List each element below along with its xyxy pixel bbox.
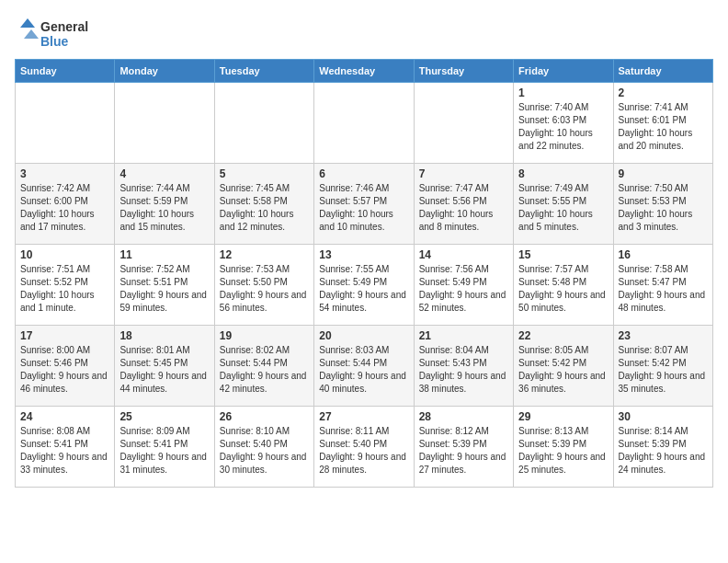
calendar-table: SundayMondayTuesdayWednesdayThursdayFrid… [15,59,713,488]
day-number: 14 [419,248,508,261]
day-number: 3 [20,167,109,180]
calendar-cell: 18Sunrise: 8:01 AM Sunset: 5:45 PM Dayli… [115,326,214,407]
day-info: Sunrise: 7:51 AM Sunset: 5:52 PM Dayligh… [20,263,109,315]
day-number: 12 [220,248,309,261]
day-info: Sunrise: 8:04 AM Sunset: 5:43 PM Dayligh… [419,344,508,396]
calendar-week-4: 17Sunrise: 8:00 AM Sunset: 5:46 PM Dayli… [16,326,713,407]
day-number: 26 [220,410,309,423]
day-info: Sunrise: 7:52 AM Sunset: 5:51 PM Dayligh… [119,263,209,315]
svg-marker-3 [24,29,39,39]
weekday-header-monday: Monday [115,60,214,83]
day-number: 28 [419,410,508,423]
calendar-body: 1Sunrise: 7:40 AM Sunset: 6:03 PM Daylig… [16,83,713,488]
day-number: 22 [518,329,608,342]
calendar-week-3: 10Sunrise: 7:51 AM Sunset: 5:52 PM Dayli… [16,245,713,326]
weekday-header-row: SundayMondayTuesdayWednesdayThursdayFrid… [16,60,713,83]
calendar-cell: 16Sunrise: 7:58 AM Sunset: 5:47 PM Dayli… [613,245,712,326]
calendar-week-1: 1Sunrise: 7:40 AM Sunset: 6:03 PM Daylig… [16,83,713,164]
calendar-week-2: 3Sunrise: 7:42 AM Sunset: 6:00 PM Daylig… [16,164,713,245]
day-number: 17 [20,329,109,342]
day-info: Sunrise: 8:08 AM Sunset: 5:41 PM Dayligh… [20,425,109,477]
day-number: 1 [518,86,608,99]
day-info: Sunrise: 8:12 AM Sunset: 5:39 PM Dayligh… [419,425,508,477]
calendar-cell: 6Sunrise: 7:46 AM Sunset: 5:57 PM Daylig… [314,164,414,245]
calendar-cell: 25Sunrise: 8:09 AM Sunset: 5:41 PM Dayli… [115,407,214,488]
day-number: 5 [220,167,309,180]
day-number: 2 [619,86,708,99]
day-number: 23 [619,329,708,342]
calendar-cell: 30Sunrise: 8:14 AM Sunset: 5:39 PM Dayli… [613,407,712,488]
day-info: Sunrise: 7:44 AM Sunset: 5:59 PM Dayligh… [119,182,209,234]
day-number: 15 [518,248,608,261]
day-number: 24 [20,410,109,423]
calendar-cell: 4Sunrise: 7:44 AM Sunset: 5:59 PM Daylig… [115,164,214,245]
day-number: 30 [619,410,708,423]
day-number: 7 [419,167,508,180]
calendar-cell: 24Sunrise: 8:08 AM Sunset: 5:41 PM Dayli… [16,407,115,488]
calendar-cell: 13Sunrise: 7:55 AM Sunset: 5:49 PM Dayli… [314,245,414,326]
day-info: Sunrise: 8:03 AM Sunset: 5:44 PM Dayligh… [319,344,408,396]
svg-text:Blue: Blue [40,34,69,49]
day-info: Sunrise: 7:41 AM Sunset: 6:01 PM Dayligh… [619,101,708,153]
day-info: Sunrise: 7:50 AM Sunset: 5:53 PM Dayligh… [619,182,708,234]
day-info: Sunrise: 8:00 AM Sunset: 5:46 PM Dayligh… [20,344,109,396]
day-number: 6 [319,167,408,180]
svg-text:General: General [40,19,88,34]
day-number: 29 [518,410,608,423]
day-info: Sunrise: 7:56 AM Sunset: 5:49 PM Dayligh… [419,263,508,315]
day-number: 16 [619,248,708,261]
calendar-cell: 11Sunrise: 7:52 AM Sunset: 5:51 PM Dayli… [115,245,214,326]
day-number: 13 [319,248,408,261]
day-info: Sunrise: 8:01 AM Sunset: 5:45 PM Dayligh… [119,344,209,396]
calendar-cell: 19Sunrise: 8:02 AM Sunset: 5:44 PM Dayli… [214,326,313,407]
day-info: Sunrise: 7:47 AM Sunset: 5:56 PM Dayligh… [419,182,508,234]
day-number: 21 [419,329,508,342]
day-number: 8 [518,167,608,180]
calendar-cell [16,83,115,164]
logo: General Blue [15,15,97,52]
calendar-cell: 28Sunrise: 8:12 AM Sunset: 5:39 PM Dayli… [414,407,513,488]
day-number: 11 [119,248,209,261]
calendar-cell: 29Sunrise: 8:13 AM Sunset: 5:39 PM Dayli… [514,407,613,488]
weekday-header-tuesday: Tuesday [214,60,313,83]
calendar-cell [314,83,414,164]
logo-svg: General Blue [15,15,97,52]
day-number: 20 [319,329,408,342]
weekday-header-sunday: Sunday [16,60,115,83]
day-number: 27 [319,410,408,423]
calendar-cell: 10Sunrise: 7:51 AM Sunset: 5:52 PM Dayli… [16,245,115,326]
calendar-cell: 5Sunrise: 7:45 AM Sunset: 5:58 PM Daylig… [214,164,313,245]
day-number: 9 [619,167,708,180]
day-info: Sunrise: 7:57 AM Sunset: 5:48 PM Dayligh… [518,263,608,315]
calendar-cell: 7Sunrise: 7:47 AM Sunset: 5:56 PM Daylig… [414,164,513,245]
day-number: 25 [119,410,209,423]
day-info: Sunrise: 8:02 AM Sunset: 5:44 PM Dayligh… [220,344,309,396]
page-header: General Blue [15,15,713,52]
calendar-cell: 15Sunrise: 7:57 AM Sunset: 5:48 PM Dayli… [514,245,613,326]
calendar-cell: 9Sunrise: 7:50 AM Sunset: 5:53 PM Daylig… [613,164,712,245]
calendar-cell: 14Sunrise: 7:56 AM Sunset: 5:49 PM Dayli… [414,245,513,326]
calendar-cell [115,83,214,164]
weekday-header-saturday: Saturday [613,60,712,83]
calendar-cell: 26Sunrise: 8:10 AM Sunset: 5:40 PM Dayli… [214,407,313,488]
day-info: Sunrise: 7:45 AM Sunset: 5:58 PM Dayligh… [220,182,309,234]
weekday-header-thursday: Thursday [414,60,513,83]
day-info: Sunrise: 7:42 AM Sunset: 6:00 PM Dayligh… [20,182,109,234]
calendar-week-5: 24Sunrise: 8:08 AM Sunset: 5:41 PM Dayli… [16,407,713,488]
calendar-cell [214,83,313,164]
calendar-cell: 1Sunrise: 7:40 AM Sunset: 6:03 PM Daylig… [514,83,613,164]
calendar-header: SundayMondayTuesdayWednesdayThursdayFrid… [16,60,713,83]
calendar-cell [414,83,513,164]
day-number: 4 [119,167,209,180]
day-info: Sunrise: 7:53 AM Sunset: 5:50 PM Dayligh… [220,263,309,315]
day-info: Sunrise: 8:11 AM Sunset: 5:40 PM Dayligh… [319,425,408,477]
calendar-cell: 12Sunrise: 7:53 AM Sunset: 5:50 PM Dayli… [214,245,313,326]
weekday-header-wednesday: Wednesday [314,60,414,83]
day-info: Sunrise: 7:58 AM Sunset: 5:47 PM Dayligh… [619,263,708,315]
calendar-cell: 8Sunrise: 7:49 AM Sunset: 5:55 PM Daylig… [514,164,613,245]
calendar-cell: 21Sunrise: 8:04 AM Sunset: 5:43 PM Dayli… [414,326,513,407]
calendar-cell: 3Sunrise: 7:42 AM Sunset: 6:00 PM Daylig… [16,164,115,245]
day-info: Sunrise: 7:46 AM Sunset: 5:57 PM Dayligh… [319,182,408,234]
day-info: Sunrise: 7:40 AM Sunset: 6:03 PM Dayligh… [518,101,608,153]
day-info: Sunrise: 8:13 AM Sunset: 5:39 PM Dayligh… [518,425,608,477]
